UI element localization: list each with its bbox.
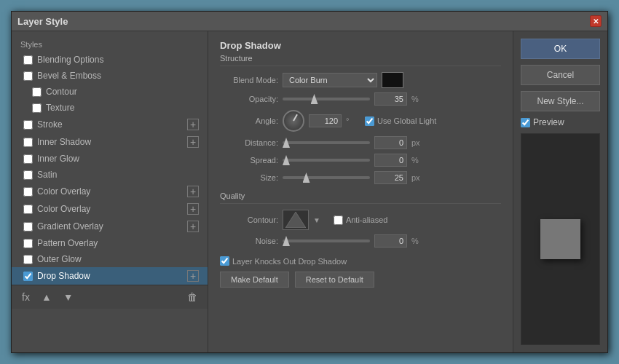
opacity-row: Opacity: % <box>220 92 501 106</box>
contour-checkbox[interactable] <box>32 87 42 97</box>
inner-shadow-add-icon[interactable]: + <box>187 136 199 148</box>
opacity-input[interactable] <box>374 92 407 106</box>
size-slider[interactable] <box>283 176 370 179</box>
inner-shadow-label: Inner Shadow <box>37 137 91 147</box>
drop-shadow-label: Drop Shadow <box>37 271 90 281</box>
cancel-button[interactable]: Cancel <box>521 65 600 85</box>
sidebar-item-color-overlay[interactable]: Color Overlay + <box>12 183 208 200</box>
spread-slider[interactable] <box>283 159 370 162</box>
sidebar-item-texture[interactable]: Texture <box>12 100 208 116</box>
opacity-slider[interactable] <box>283 98 370 100</box>
color-overlay-add-icon[interactable]: + <box>187 186 199 197</box>
drop-shadow-add-icon[interactable]: + <box>187 270 199 282</box>
spread-row: Spread: % <box>220 154 501 167</box>
angle-row: Angle: ° Use Global Light <box>220 110 501 132</box>
blending-options-checkbox[interactable] <box>23 55 33 65</box>
preview-checkbox[interactable] <box>521 118 530 127</box>
quality-title: Quality <box>220 191 501 204</box>
stroke-add-icon[interactable]: + <box>187 119 199 130</box>
angle-dial[interactable] <box>283 110 304 132</box>
make-default-button[interactable]: Make Default <box>220 272 289 288</box>
knock-out-row: Layer Knocks Out Drop Shadow <box>220 256 501 266</box>
blend-mode-label: Blend Mode: <box>220 76 278 84</box>
noise-input[interactable] <box>374 234 407 248</box>
new-style-button[interactable]: New Style... <box>521 91 600 111</box>
sidebar: Styles Blending Options Bevel & Emboss <box>12 31 208 352</box>
distance-input[interactable] <box>374 136 407 149</box>
inner-glow-checkbox[interactable] <box>23 154 33 164</box>
stroke-label: Stroke <box>37 119 63 130</box>
sidebar-item-inner-shadow[interactable]: Inner Shadow + <box>12 133 208 151</box>
gradient-overlay-label: Gradient Overlay <box>37 221 103 232</box>
sidebar-item-outer-glow[interactable]: Outer Glow <box>12 251 208 267</box>
dialog-body: Styles Blending Options Bevel & Emboss <box>12 31 607 352</box>
spread-input[interactable] <box>374 154 407 167</box>
styles-label: Styles <box>12 37 208 52</box>
noise-label: Noise: <box>220 237 278 245</box>
bevel-emboss-checkbox[interactable] <box>23 71 33 81</box>
knock-out-label[interactable]: Layer Knocks Out Drop Shadow <box>220 256 347 266</box>
action-buttons-row: Make Default Reset to Default <box>220 272 501 288</box>
global-light-checkbox[interactable] <box>365 116 374 126</box>
texture-label: Texture <box>46 103 74 113</box>
bevel-emboss-label: Bevel & Emboss <box>37 71 101 81</box>
knock-out-checkbox[interactable] <box>220 256 229 266</box>
sidebar-item-pattern-overlay[interactable]: Pattern Overlay <box>12 235 208 251</box>
distance-label: Distance: <box>220 138 278 147</box>
sidebar-item-contour[interactable]: Contour <box>12 84 208 100</box>
pattern-overlay-checkbox[interactable] <box>23 239 33 248</box>
contour-preview[interactable] <box>283 210 309 230</box>
fx-button[interactable]: fx <box>19 290 33 304</box>
anti-aliased-checkbox[interactable] <box>334 215 343 225</box>
sidebar-item-blending-options[interactable]: Blending Options <box>12 52 208 68</box>
global-light-label[interactable]: Use Global Light <box>365 116 436 126</box>
contour-dropdown-icon[interactable]: ▼ <box>313 216 320 224</box>
size-input[interactable] <box>374 171 407 184</box>
color-overlay-label: Color Overlay <box>37 186 90 197</box>
layer-style-dialog: Layer Style ✕ Styles Blending Options Be… <box>11 11 608 353</box>
contour-label: Contour: <box>220 215 278 224</box>
stroke-checkbox[interactable] <box>23 120 33 130</box>
shadow-color-box[interactable] <box>382 72 403 88</box>
reset-to-default-button[interactable]: Reset to Default <box>295 272 374 288</box>
gradient-overlay-checkbox[interactable] <box>23 222 33 232</box>
outer-glow-checkbox[interactable] <box>23 255 33 264</box>
outer-glow-label: Outer Glow <box>37 254 82 264</box>
color-overlay2-add-icon[interactable]: + <box>187 203 199 215</box>
sidebar-item-color-overlay2[interactable]: Color Overlay + <box>12 200 208 218</box>
sidebar-item-stroke[interactable]: Stroke + <box>12 116 208 133</box>
satin-checkbox[interactable] <box>23 170 33 180</box>
move-down-button[interactable]: ▼ <box>60 290 76 304</box>
blending-options-label: Blending Options <box>37 55 103 65</box>
close-button[interactable]: ✕ <box>590 15 602 27</box>
noise-row: Noise: % <box>220 234 501 248</box>
drop-shadow-checkbox[interactable] <box>23 272 33 281</box>
distance-slider[interactable] <box>283 141 370 144</box>
sidebar-item-bevel-emboss[interactable]: Bevel & Emboss <box>12 68 208 84</box>
distance-row: Distance: px <box>220 136 501 149</box>
svg-marker-0 <box>285 212 306 228</box>
color-overlay-checkbox[interactable] <box>23 187 33 197</box>
right-panel: OK Cancel New Style... Preview <box>513 31 607 352</box>
ok-button[interactable]: OK <box>521 39 600 59</box>
blend-mode-select[interactable]: Color Burn Normal Multiply Screen <box>283 73 377 87</box>
inner-shadow-checkbox[interactable] <box>23 138 33 147</box>
move-up-button[interactable]: ▲ <box>39 290 55 304</box>
opacity-unit: % <box>411 95 426 103</box>
noise-slider[interactable] <box>283 240 370 242</box>
delete-button[interactable]: 🗑 <box>184 290 200 304</box>
sidebar-item-gradient-overlay[interactable]: Gradient Overlay + <box>12 218 208 235</box>
sidebar-item-satin[interactable]: Satin <box>12 167 208 183</box>
spread-unit: % <box>411 156 426 165</box>
noise-unit: % <box>411 237 426 245</box>
color-overlay2-label: Color Overlay <box>37 204 90 214</box>
inner-glow-label: Inner Glow <box>37 154 79 164</box>
sidebar-toolbar: fx ▲ ▼ 🗑 <box>12 285 208 309</box>
color-overlay2-checkbox[interactable] <box>23 205 33 214</box>
angle-input[interactable] <box>309 114 342 127</box>
sidebar-item-drop-shadow[interactable]: Drop Shadow + <box>12 267 208 285</box>
gradient-overlay-add-icon[interactable]: + <box>187 221 199 232</box>
anti-aliased-label[interactable]: Anti-aliased <box>334 215 387 225</box>
texture-checkbox[interactable] <box>32 103 42 113</box>
sidebar-item-inner-glow[interactable]: Inner Glow <box>12 151 208 167</box>
